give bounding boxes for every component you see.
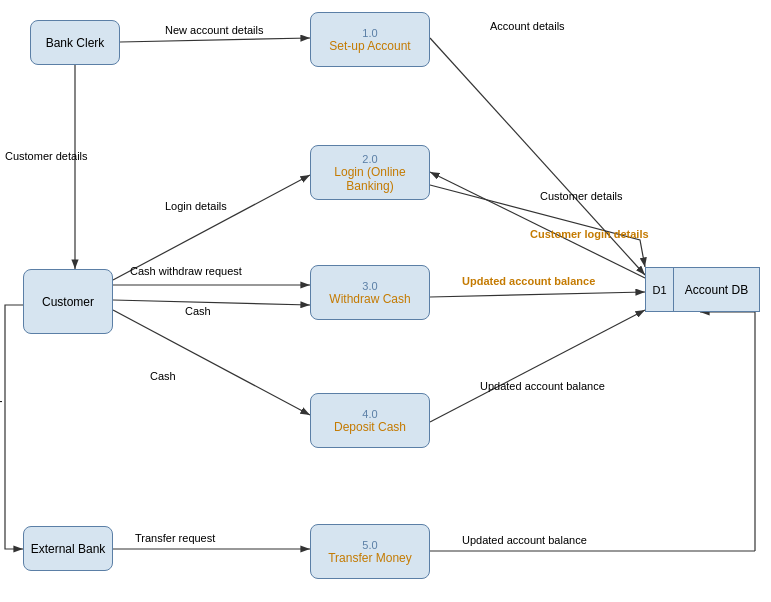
label-login-details: Login details (165, 200, 227, 212)
svg-line-5 (430, 172, 645, 278)
label-updated-balance-deposit: Updated account balance (480, 380, 605, 392)
bank-clerk-node: Bank Clerk (30, 20, 120, 65)
label-updated-balance-transfer: Updated account balance (462, 534, 587, 546)
diagram-container: New account details Account details Cust… (0, 0, 771, 602)
label-customer-details-db: Customer details (540, 190, 623, 202)
label-cash-deposit: Cash (150, 370, 176, 382)
bank-clerk-label: Bank Clerk (46, 36, 105, 50)
setup-label: Set-up Account (329, 39, 410, 53)
setup-number: 1.0 (362, 27, 377, 39)
deposit-label: Deposit Cash (334, 420, 406, 434)
login-number: 2.0 (362, 153, 377, 165)
account-db-label: Account DB (685, 283, 748, 297)
label-account-details: Account details (490, 20, 565, 32)
account-db-node: D1 Account DB (645, 267, 760, 312)
svg-line-9 (113, 310, 310, 415)
withdraw-label: Withdraw Cash (329, 292, 410, 306)
external-bank-label: External Bank (31, 542, 106, 556)
transfer-label: Transfer Money (328, 551, 412, 565)
label-transfer-request-left: Transfer request (0, 380, 2, 460)
label-customer-details-clerk: Customer details (5, 150, 88, 162)
deposit-node: 4.0 Deposit Cash (310, 393, 430, 448)
deposit-number: 4.0 (362, 408, 377, 420)
label-new-account-details: New account details (165, 24, 264, 36)
db-d1-label: D1 (652, 284, 666, 296)
label-transfer-request-ext: Transfer request (135, 532, 215, 544)
label-cash-withdraw-request: Cash withdraw request (130, 265, 242, 277)
withdraw-node: 3.0 Withdraw Cash (310, 265, 430, 320)
customer-node: Customer (23, 269, 113, 334)
label-customer-login-details: Customer login details (530, 228, 649, 240)
transfer-node: 5.0 Transfer Money (310, 524, 430, 579)
transfer-number: 5.0 (362, 539, 377, 551)
login-node: 2.0 Login (Online Banking) (310, 145, 430, 200)
label-cash-withdraw: Cash (185, 305, 211, 317)
external-bank-node: External Bank (23, 526, 113, 571)
label-updated-balance-withdraw: Updated account balance (462, 275, 595, 287)
svg-line-2 (120, 38, 310, 42)
svg-line-7 (113, 300, 310, 305)
login-label: Login (Online Banking) (311, 165, 429, 193)
setup-account-node: 1.0 Set-up Account (310, 12, 430, 67)
svg-line-8 (430, 292, 645, 297)
svg-line-10 (430, 310, 645, 422)
withdraw-number: 3.0 (362, 280, 377, 292)
customer-label: Customer (42, 295, 94, 309)
